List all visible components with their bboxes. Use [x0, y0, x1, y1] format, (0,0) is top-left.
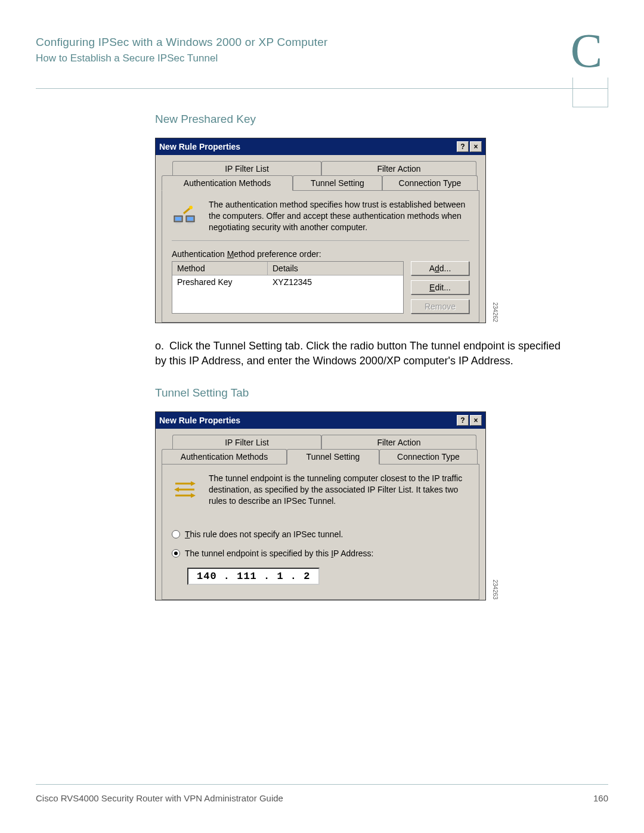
dialog-titlebar: New Rule Properties ? × [156, 138, 485, 155]
radio-no-tunnel[interactable]: This rule does not specify an IPSec tunn… [172, 529, 469, 539]
footer-page-number: 160 [593, 793, 608, 803]
tab-tunnel-setting[interactable]: Tunnel Setting [293, 175, 382, 190]
radio-tunnel-ip[interactable]: The tunnel endpoint is specified by this… [172, 549, 469, 558]
remove-button: Remove [411, 299, 469, 314]
appendix-box [572, 78, 608, 107]
cell-method: Preshared Key [172, 275, 268, 289]
svg-rect-1 [175, 217, 181, 221]
header-divider [36, 88, 608, 89]
help-button[interactable]: ? [457, 141, 469, 152]
tunnel-icon [172, 476, 198, 503]
add-button[interactable]: Add... [411, 261, 469, 275]
svg-rect-4 [187, 217, 193, 221]
edit-button[interactable]: Edit... [411, 280, 469, 295]
tab-tunnel-setting-2[interactable]: Tunnel Setting [287, 449, 379, 465]
close-button-2[interactable]: × [470, 415, 482, 426]
svg-point-6 [189, 206, 193, 209]
radio-label-no-tunnel: This rule does not specify an IPSec tunn… [185, 529, 343, 539]
method-list[interactable]: Method Details Preshared Key XYZ12345 [172, 261, 404, 314]
tab-ip-filter-list[interactable]: IP Filter List [172, 161, 321, 176]
dialog-new-rule-auth: 234262 New Rule Properties ? × IP Filter… [155, 138, 486, 323]
radio-icon-unchecked [172, 530, 180, 538]
tab-connection-type[interactable]: Connection Type [382, 175, 478, 190]
appendix-letter: C [571, 24, 602, 78]
col-details: Details [268, 262, 403, 275]
auth-icon [172, 203, 198, 229]
close-button[interactable]: × [470, 141, 482, 152]
step-o-text: o.Click the Tunnel Setting tab. Click th… [155, 339, 572, 368]
svg-marker-10 [174, 487, 179, 492]
page-header-title: Configuring IPSec with a Windows 2000 or… [36, 36, 608, 49]
tab-filter-action[interactable]: Filter Action [321, 161, 476, 176]
svg-rect-2 [175, 222, 181, 224]
ip-address-input[interactable]: 140 . 111 . 1 . 2 [187, 568, 320, 585]
auth-info-text: The authentication method specifies how … [209, 199, 469, 233]
dialog-titlebar-2: New Rule Properties ? × [156, 412, 485, 429]
tab-auth-methods[interactable]: Authentication Methods [162, 175, 293, 191]
dialog-title: New Rule Properties [159, 142, 240, 151]
section-heading-preshared: New Preshared Key [155, 113, 572, 126]
footer-guide-name: Cisco RVS4000 Security Router with VPN A… [36, 793, 283, 803]
cell-details: XYZ12345 [268, 275, 403, 289]
pref-order-label: Authentication Method preference order: [172, 249, 469, 259]
help-button-2[interactable]: ? [457, 415, 469, 426]
table-row[interactable]: Preshared Key XYZ12345 [172, 275, 403, 289]
dialog-new-rule-tunnel: 234263 New Rule Properties ? × IP Filter… [155, 411, 486, 600]
dialog-title-2: New Rule Properties [159, 416, 240, 425]
col-method: Method [172, 262, 268, 275]
radio-label-tunnel-ip: The tunnel endpoint is specified by this… [185, 549, 374, 558]
tab-panel-auth: The authentication method specifies how … [162, 190, 479, 323]
page-header-subtitle: How to Establish a Secure IPSec Tunnel [36, 52, 608, 64]
tab-auth-methods-2[interactable]: Authentication Methods [162, 449, 287, 464]
section-heading-tunnel: Tunnel Setting Tab [155, 386, 572, 400]
figure-id-2: 234263 [492, 580, 499, 599]
tab-connection-type-2[interactable]: Connection Type [379, 449, 478, 464]
tab-ip-filter-list-2[interactable]: IP Filter List [172, 435, 321, 450]
figure-id: 234262 [492, 302, 499, 322]
tab-filter-action-2[interactable]: Filter Action [321, 435, 476, 450]
svg-marker-8 [191, 481, 196, 486]
svg-marker-12 [191, 493, 196, 498]
tunnel-info-text: The tunnel endpoint is the tunneling com… [209, 473, 469, 507]
tab-panel-tunnel: The tunnel endpoint is the tunneling com… [162, 464, 479, 600]
radio-icon-checked [172, 549, 180, 558]
svg-rect-5 [187, 222, 193, 224]
